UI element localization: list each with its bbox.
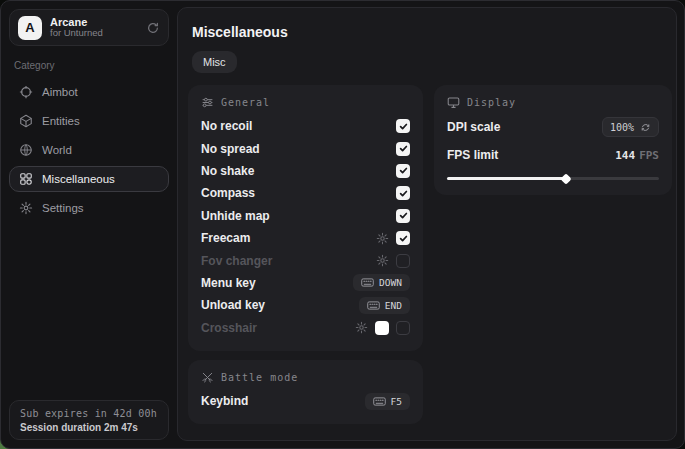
- checkbox[interactable]: [396, 164, 410, 178]
- session-duration-text: Session duration 2m 47s: [20, 422, 158, 433]
- setting-label: Fov changer: [201, 254, 376, 268]
- sidebar-item-settings[interactable]: Settings: [9, 195, 169, 221]
- app-logo: A: [18, 16, 42, 40]
- refresh-icon[interactable]: [146, 21, 160, 35]
- keybind-button[interactable]: END: [359, 297, 410, 314]
- gear-icon[interactable]: [355, 321, 368, 334]
- setting-row-no-spread: No spread: [201, 137, 410, 159]
- checkbox[interactable]: [396, 142, 410, 156]
- fps-limit-label: FPS limit: [447, 148, 615, 162]
- setting-label: Compass: [201, 186, 396, 200]
- battle-mode-card: Battle mode Keybind F5: [188, 360, 423, 424]
- sidebar-nav: AimbotEntitiesWorldMiscellaneousSettings: [9, 79, 169, 221]
- checkbox[interactable]: [396, 119, 410, 133]
- setting-label: Keybind: [201, 394, 365, 408]
- setting-label: Unload key: [201, 298, 359, 312]
- keybind-value: F5: [391, 396, 402, 407]
- tab-misc[interactable]: Misc: [192, 51, 237, 73]
- general-section-title: General: [221, 97, 270, 108]
- cycle-icon: [640, 122, 651, 133]
- dpi-scale-select[interactable]: 100%: [602, 117, 659, 137]
- gear-icon[interactable]: [376, 232, 389, 245]
- setting-label: No recoil: [201, 119, 396, 133]
- setting-row-keybind: Keybind F5: [201, 390, 410, 412]
- setting-row-crosshair: Crosshair: [201, 317, 410, 339]
- main-panel: Miscellaneous Misc General No recoilNo s…: [177, 7, 677, 441]
- sub-expiry-text: Sub expires in 42d 00h: [20, 408, 158, 419]
- dpi-scale-row: DPI scale 100%: [447, 115, 659, 139]
- subscription-card: Sub expires in 42d 00h Session duration …: [9, 400, 169, 440]
- checkbox[interactable]: [396, 209, 410, 223]
- sidebar-item-miscellaneous[interactable]: Miscellaneous: [9, 166, 169, 192]
- sliders-icon: [201, 96, 214, 109]
- fps-limit-slider[interactable]: [447, 173, 659, 183]
- setting-label: Crosshair: [201, 321, 355, 335]
- setting-row-compass: Compass: [201, 182, 410, 204]
- setting-row-menu-key: Menu keyDOWN: [201, 272, 410, 294]
- setting-row-unload-key: Unload keyEND: [201, 294, 410, 316]
- dpi-scale-value: 100%: [610, 122, 634, 133]
- globe-icon: [19, 143, 33, 157]
- crosshair-icon: [19, 85, 33, 99]
- keybind-button[interactable]: DOWN: [353, 274, 410, 291]
- keybind-value: DOWN: [379, 277, 402, 288]
- checkbox[interactable]: [396, 321, 410, 335]
- app-subtitle: for Unturned: [50, 28, 138, 39]
- sidebar-item-label: Entities: [42, 115, 80, 127]
- sidebar-item-entities[interactable]: Entities: [9, 108, 169, 134]
- dpi-scale-label: DPI scale: [447, 120, 602, 134]
- swords-icon: [201, 371, 214, 384]
- sidebar-item-label: World: [42, 144, 72, 156]
- category-label: Category: [14, 60, 169, 71]
- gear-icon[interactable]: [376, 254, 389, 267]
- sidebar-item-label: Settings: [42, 202, 84, 214]
- setting-label: Freecam: [201, 231, 376, 245]
- checkbox[interactable]: [396, 231, 410, 245]
- fps-limit-value: 144: [615, 149, 635, 162]
- keyboard-icon: [361, 278, 374, 287]
- fps-limit-unit: FPS: [639, 149, 659, 162]
- setting-label: No shake: [201, 164, 396, 178]
- keyboard-icon: [373, 397, 386, 406]
- brand-card[interactable]: A Arcane for Unturned: [9, 9, 169, 46]
- setting-row-fov-changer: Fov changer: [201, 249, 410, 271]
- checkbox[interactable]: [396, 254, 410, 268]
- setting-label: No spread: [201, 142, 396, 156]
- app-window: A Arcane for Unturned Category AimbotEnt…: [0, 0, 685, 449]
- checkbox[interactable]: [396, 186, 410, 200]
- sidebar: A Arcane for Unturned Category AimbotEnt…: [1, 1, 177, 448]
- gear-icon: [19, 201, 33, 215]
- color-swatch[interactable]: [375, 321, 389, 335]
- sidebar-item-label: Miscellaneous: [42, 173, 115, 185]
- setting-row-no-recoil: No recoil: [201, 115, 410, 137]
- display-section-title: Display: [467, 97, 516, 108]
- sidebar-item-label: Aimbot: [42, 86, 78, 98]
- page-title: Miscellaneous: [192, 24, 666, 40]
- grid-icon: [19, 172, 33, 186]
- keybind-button[interactable]: F5: [365, 393, 410, 410]
- battle-mode-section-title: Battle mode: [221, 372, 298, 383]
- general-card: General No recoilNo spreadNo shakeCompas…: [188, 85, 423, 351]
- setting-label: Unhide map: [201, 209, 396, 223]
- sidebar-item-world[interactable]: World: [9, 137, 169, 163]
- slider-thumb[interactable]: [560, 173, 571, 184]
- keybind-value: END: [385, 300, 402, 311]
- monitor-icon: [447, 96, 460, 109]
- keyboard-icon: [367, 301, 380, 310]
- setting-row-no-shake: No shake: [201, 160, 410, 182]
- display-card: Display DPI scale 100% FPS limit 144FPS: [434, 85, 672, 195]
- setting-label: Menu key: [201, 276, 353, 290]
- setting-row-unhide-map: Unhide map: [201, 205, 410, 227]
- setting-row-freecam: Freecam: [201, 227, 410, 249]
- cube-icon: [19, 114, 33, 128]
- tab-bar: Misc: [192, 51, 666, 73]
- sidebar-item-aimbot[interactable]: Aimbot: [9, 79, 169, 105]
- fps-limit-row: FPS limit 144FPS: [447, 143, 659, 167]
